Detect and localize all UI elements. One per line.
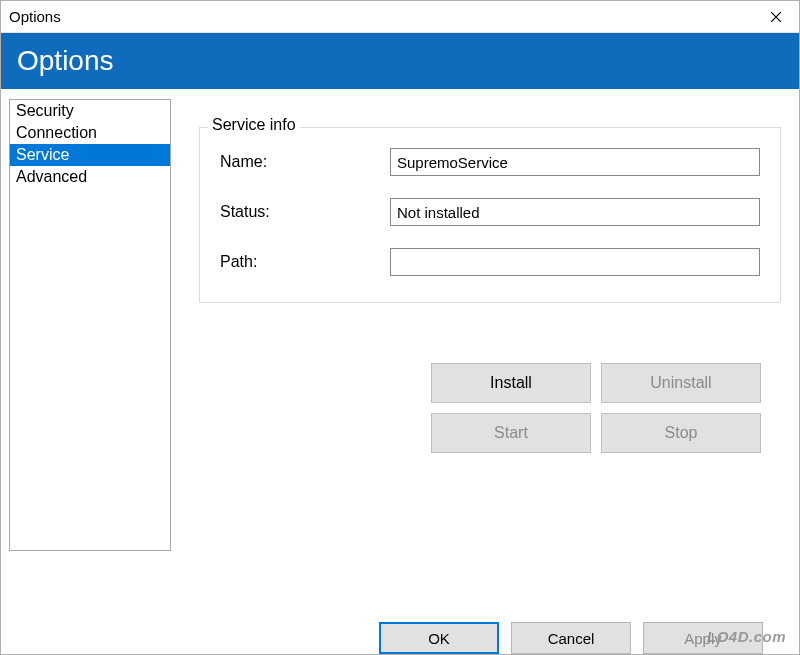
input-service-status[interactable] [390, 198, 760, 226]
uninstall-button[interactable]: Uninstall [601, 363, 761, 403]
close-button[interactable] [753, 1, 799, 33]
row-service-status: Status: [220, 198, 760, 226]
apply-button[interactable]: Apply [643, 622, 763, 654]
titlebar: Options [1, 1, 799, 33]
dialog-body: Security Connection Service Advanced Ser… [1, 89, 799, 654]
stop-button[interactable]: Stop [601, 413, 761, 453]
sidebar-item-advanced[interactable]: Advanced [10, 166, 170, 188]
header-title: Options [17, 45, 114, 76]
sidebar-item-security[interactable]: Security [10, 100, 170, 122]
close-icon [771, 9, 781, 25]
ok-button[interactable]: OK [379, 622, 499, 654]
options-category-list[interactable]: Security Connection Service Advanced [9, 99, 171, 551]
service-action-buttons: Install Uninstall Start Stop [401, 363, 761, 453]
dialog-button-row: OK Cancel Apply [9, 604, 781, 654]
options-panel-service: Service info Name: Status: Path: [199, 99, 781, 604]
cancel-button[interactable]: Cancel [511, 622, 631, 654]
row-service-name: Name: [220, 148, 760, 176]
options-window: Options Options Security Connection Serv… [0, 0, 800, 655]
sidebar-item-service[interactable]: Service [10, 144, 170, 166]
service-info-group-title: Service info [208, 116, 300, 134]
service-info-group: Service info Name: Status: Path: [199, 127, 781, 303]
input-service-path[interactable] [390, 248, 760, 276]
input-service-name[interactable] [390, 148, 760, 176]
start-button[interactable]: Start [431, 413, 591, 453]
install-button[interactable]: Install [431, 363, 591, 403]
label-service-status: Status: [220, 203, 390, 221]
label-service-name: Name: [220, 153, 390, 171]
row-service-path: Path: [220, 248, 760, 276]
label-service-path: Path: [220, 253, 390, 271]
titlebar-title: Options [9, 8, 61, 25]
dialog-header: Options [1, 33, 799, 89]
sidebar-item-connection[interactable]: Connection [10, 122, 170, 144]
